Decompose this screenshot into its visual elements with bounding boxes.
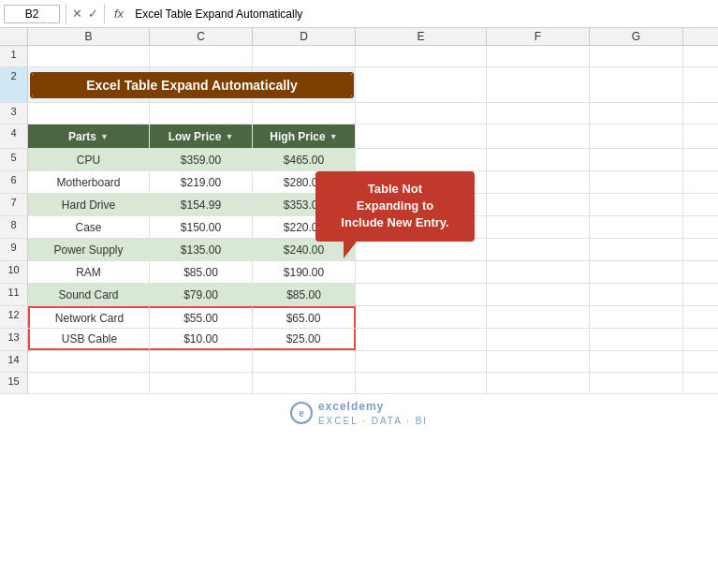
cell-g7[interactable] xyxy=(590,194,683,215)
row-3: 3 xyxy=(0,103,718,125)
cell-d9[interactable]: $240.00 xyxy=(253,239,356,260)
cell-f1[interactable] xyxy=(487,46,590,66)
cell-f4[interactable] xyxy=(487,125,590,148)
cell-c15[interactable] xyxy=(150,373,253,393)
cell-c14[interactable] xyxy=(150,351,253,372)
cell-reference-box[interactable] xyxy=(4,5,60,23)
cell-b5[interactable]: CPU xyxy=(28,149,150,170)
cell-f10[interactable] xyxy=(487,261,590,283)
cell-b8[interactable]: Case xyxy=(28,216,150,238)
cell-f15[interactable] xyxy=(487,373,590,393)
cell-e1[interactable] xyxy=(356,46,487,66)
cell-e15[interactable] xyxy=(356,373,487,393)
cell-e3[interactable] xyxy=(356,103,487,124)
cell-e11[interactable] xyxy=(356,284,487,305)
cell-e9[interactable] xyxy=(356,239,487,260)
cell-b11[interactable]: Sound Card xyxy=(28,284,150,305)
cell-c8[interactable]: $150.00 xyxy=(150,216,253,238)
cell-e14[interactable] xyxy=(356,351,487,372)
cell-f2[interactable] xyxy=(487,67,590,102)
cell-d15[interactable] xyxy=(253,373,356,393)
cell-d11[interactable]: $85.00 xyxy=(253,284,356,305)
cell-g2[interactable] xyxy=(590,67,683,102)
cell-f8[interactable] xyxy=(487,216,590,238)
fx-label: fx xyxy=(114,7,124,21)
cell-f11[interactable] xyxy=(487,284,590,305)
cell-b13[interactable]: USB Cable xyxy=(28,329,150,350)
row-10: 10 RAM $85.00 $190.00 xyxy=(0,261,718,284)
cell-g10[interactable] xyxy=(590,261,683,283)
cell-c9[interactable]: $135.00 xyxy=(150,239,253,260)
cell-g9[interactable] xyxy=(590,239,683,260)
cell-d12[interactable]: $65.00 xyxy=(253,306,356,328)
watermark-tagline: EXCEL · DATA · BI xyxy=(318,415,428,427)
cell-b3[interactable] xyxy=(28,103,150,124)
cancel-icon[interactable]: ✕ xyxy=(72,7,82,21)
low-price-dropdown-icon[interactable]: ▼ xyxy=(225,132,233,141)
cell-g4[interactable] xyxy=(590,125,683,148)
cell-b10[interactable]: RAM xyxy=(28,261,150,283)
row-13: 13 USB Cable $10.00 $25.00 xyxy=(0,329,718,351)
cell-c3[interactable] xyxy=(150,103,253,124)
cell-c12[interactable]: $55.00 xyxy=(150,306,253,328)
cell-b7[interactable]: Hard Drive xyxy=(28,194,150,215)
cell-d4-header[interactable]: High Price ▼ xyxy=(253,125,356,148)
cell-g13[interactable] xyxy=(590,329,683,350)
parts-dropdown-icon[interactable]: ▼ xyxy=(100,132,109,141)
cell-b15[interactable] xyxy=(28,373,150,393)
confirm-icon[interactable]: ✓ xyxy=(88,7,98,21)
cell-d10[interactable]: $190.00 xyxy=(253,261,356,283)
cell-g3[interactable] xyxy=(590,103,683,124)
cell-c6[interactable]: $219.00 xyxy=(150,171,253,193)
row-num-1: 1 xyxy=(0,46,28,66)
cell-c7[interactable]: $154.99 xyxy=(150,194,253,215)
cell-f12[interactable] xyxy=(487,306,590,328)
cell-c2[interactable]: Excel Table Expand Automatically xyxy=(150,67,253,102)
cell-c5[interactable]: $359.00 xyxy=(150,149,253,170)
cell-g8[interactable] xyxy=(590,216,683,238)
row-11: 11 Sound Card $79.00 $85.00 xyxy=(0,284,718,306)
cell-d13[interactable]: $25.00 xyxy=(253,329,356,350)
watermark-site: exceldemy xyxy=(318,400,428,415)
row-14: 14 xyxy=(0,351,718,373)
cell-c4-header[interactable]: Low Price ▼ xyxy=(150,125,253,148)
cell-g5[interactable] xyxy=(590,149,683,170)
cell-f7[interactable] xyxy=(487,194,590,215)
cell-b6[interactable]: Motherboard xyxy=(28,171,150,193)
high-price-dropdown-icon[interactable]: ▼ xyxy=(330,132,338,141)
cell-g12[interactable] xyxy=(590,306,683,328)
row-num-11: 11 xyxy=(0,284,28,305)
cell-f13[interactable] xyxy=(487,329,590,350)
cell-g14[interactable] xyxy=(590,351,683,372)
cell-f14[interactable] xyxy=(487,351,590,372)
cell-b14[interactable] xyxy=(28,351,150,372)
cell-b4-header[interactable]: Parts ▼ xyxy=(28,125,150,148)
cell-g11[interactable] xyxy=(590,284,683,305)
cell-c10[interactable]: $85.00 xyxy=(150,261,253,283)
cell-g1[interactable] xyxy=(590,46,683,66)
cell-f5[interactable] xyxy=(487,149,590,170)
row-num-3: 3 xyxy=(0,103,28,124)
cell-e12[interactable] xyxy=(356,306,487,328)
cell-d3[interactable] xyxy=(253,103,356,124)
cell-e10[interactable] xyxy=(356,261,487,283)
cell-e2[interactable] xyxy=(356,67,487,102)
cell-c11[interactable]: $79.00 xyxy=(150,284,253,305)
cell-g15[interactable] xyxy=(590,373,683,393)
cell-d1[interactable] xyxy=(253,46,356,66)
cell-e13[interactable] xyxy=(356,329,487,350)
cell-e4[interactable]: Table NotExpanding toInclude New Entry. xyxy=(356,125,487,148)
cell-b9[interactable]: Power Supply xyxy=(28,239,150,260)
cell-g6[interactable] xyxy=(590,171,683,193)
cell-f3[interactable] xyxy=(487,103,590,124)
cell-d14[interactable] xyxy=(253,351,356,372)
cell-b1[interactable] xyxy=(28,46,150,66)
cell-d5[interactable]: $465.00 xyxy=(253,149,356,170)
cell-c1[interactable] xyxy=(150,46,253,66)
cell-f9[interactable] xyxy=(487,239,590,260)
cell-e5[interactable] xyxy=(356,149,487,170)
cell-f6[interactable] xyxy=(487,171,590,193)
row-15: 15 xyxy=(0,373,718,394)
cell-b12[interactable]: Network Card xyxy=(28,306,150,328)
cell-c13[interactable]: $10.00 xyxy=(150,329,253,350)
